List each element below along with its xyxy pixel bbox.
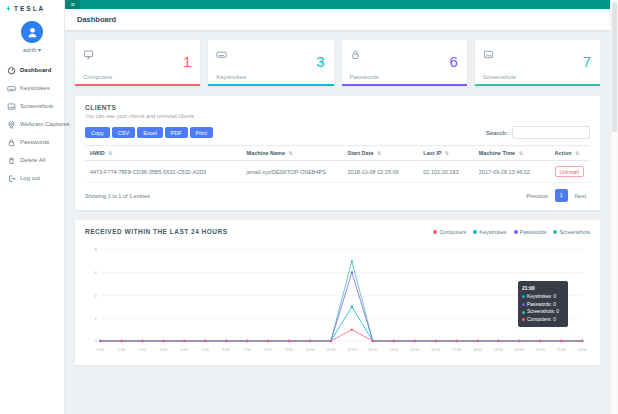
keyboard-icon	[216, 46, 227, 57]
sort-icon: ⇅	[377, 150, 381, 156]
user-icon	[26, 26, 39, 39]
column-header-machine-name[interactable]: Machine Name ⇅	[242, 146, 343, 161]
sidebar-item-keystrokes[interactable]: Keystrokes	[0, 79, 64, 97]
csv-button[interactable]: CSV	[112, 127, 135, 138]
image-icon	[7, 102, 16, 111]
camera-icon	[7, 120, 16, 129]
print-button[interactable]: Print	[190, 127, 213, 138]
sidebar-item-delete-all[interactable]: Delete All	[0, 151, 64, 169]
stat-label: Computers	[83, 74, 192, 80]
sidebar-item-webcam-captures[interactable]: Webcam Captures	[0, 115, 64, 133]
screenshots-dot	[522, 311, 525, 314]
current-page-button[interactable]: 1	[555, 189, 568, 202]
svg-text:20:00: 20:00	[515, 348, 524, 352]
svg-text:10:00: 10:00	[305, 348, 314, 352]
passwords-dot	[522, 303, 525, 306]
legend-dot	[553, 230, 557, 234]
search-input[interactable]	[512, 126, 590, 139]
chart-panel: RECEIVED WITHIN THE LAST 24 HOURS Comput…	[75, 220, 600, 365]
svg-text:13:00: 13:00	[368, 348, 377, 352]
excel-button[interactable]: Excel	[137, 127, 162, 138]
sort-icon: ⇅	[519, 150, 523, 156]
scrollbar-thumb[interactable]	[612, 2, 617, 132]
column-header-action[interactable]: Action ⇅	[550, 146, 590, 161]
lock-icon	[350, 46, 361, 57]
logout-icon	[7, 174, 16, 183]
table-footer: Showing 1 to 1 of 1 entries Previous 1 N…	[85, 189, 590, 202]
legend-keystrokes[interactable]: Keystrokes	[473, 229, 506, 235]
column-header-start-date[interactable]: Start Date ⇅	[343, 146, 419, 161]
search-label: Search:	[486, 130, 508, 136]
column-header-machine-time[interactable]: Machine Time ⇅	[474, 146, 550, 161]
svg-text:23:00: 23:00	[578, 348, 587, 352]
sidebar: TESLA adrib ▾ Dashboard Keystrokes	[0, 0, 65, 414]
sidebar-item-dashboard[interactable]: Dashboard	[0, 61, 64, 79]
svg-text:16:00: 16:00	[431, 348, 440, 352]
legend-computers[interactable]: Computers	[433, 229, 466, 235]
brand-logo-icon	[5, 5, 12, 12]
cell-start-date: 2018-10-08 02:25:09	[343, 161, 419, 183]
tooltip-time: 21:00	[522, 284, 564, 292]
received-last-24-hours-chart[interactable]: 024680:001:002:003:004:005:006:007:008:0…	[85, 240, 590, 357]
stat-card-passwords: Passwords 6	[342, 40, 467, 86]
svg-text:6:00: 6:00	[223, 348, 230, 352]
column-header-hwid[interactable]: HWID ⇅	[85, 146, 242, 161]
clients-panel: CLIENTS You can see your clients and uni…	[75, 96, 600, 210]
cell-last-ip: 02.102.20.193	[418, 161, 474, 183]
sidebar-item-log-out[interactable]: Log out	[0, 169, 64, 187]
pdf-button[interactable]: PDF	[165, 127, 188, 138]
entries-summary: Showing 1 to 1 of 1 entries	[85, 193, 150, 199]
user-menu[interactable]: adrib ▾	[0, 46, 64, 53]
stat-card-computers: Computers 1	[75, 40, 200, 86]
sidebar-item-passwords[interactable]: Passwords	[0, 133, 64, 151]
dashboard-icon	[7, 66, 16, 75]
app-root: TESLA adrib ▾ Dashboard Keystrokes	[0, 0, 618, 414]
previous-page-button[interactable]: Previous	[522, 191, 551, 201]
svg-text:4:00: 4:00	[181, 348, 188, 352]
stat-accent-bar	[475, 84, 600, 86]
chart-legend: Computers Keystrokes Passwords Screensho…	[433, 229, 590, 235]
uninstall-button[interactable]: Uninstall	[555, 166, 584, 177]
svg-text:15:00: 15:00	[410, 348, 419, 352]
stat-card-screenshots: Screenshots 7	[475, 40, 600, 86]
svg-text:8: 8	[94, 247, 97, 252]
svg-text:2:00: 2:00	[139, 348, 146, 352]
svg-text:8:00: 8:00	[264, 348, 271, 352]
column-header-last-ip[interactable]: Last IP ⇅	[418, 146, 474, 161]
legend-passwords[interactable]: Passwords	[514, 229, 547, 235]
legend-screenshots[interactable]: Screenshots	[553, 229, 590, 235]
stat-value: 3	[316, 52, 324, 69]
main-content: Computers 1 Keystrokes 3	[65, 30, 610, 414]
table-toolbar: Copy CSV Excel PDF Print Search:	[85, 126, 590, 139]
svg-text:3:00: 3:00	[160, 348, 167, 352]
pagination: Previous 1 Next	[522, 189, 590, 202]
scrollbar[interactable]	[610, 0, 618, 414]
chart-tooltip: 21:00 Keystrokes: 0 Passwords: 0 Screens…	[518, 281, 568, 327]
tooltip-row: Keystrokes: 0	[522, 293, 564, 301]
avatar[interactable]	[21, 21, 43, 43]
sidebar-item-screenshots[interactable]: Screenshots	[0, 97, 64, 115]
tooltip-row: Passwords: 0	[522, 301, 564, 309]
svg-text:19:00: 19:00	[494, 348, 503, 352]
keystrokes-dot	[522, 295, 525, 298]
copy-button[interactable]: Copy	[85, 127, 110, 138]
search-control: Search:	[486, 126, 590, 139]
next-page-button[interactable]: Next	[571, 191, 590, 201]
stat-accent-bar	[208, 84, 333, 86]
clients-title: CLIENTS	[85, 104, 590, 111]
svg-text:21:00: 21:00	[536, 348, 545, 352]
stat-value: 7	[583, 52, 591, 69]
brand: TESLA	[0, 0, 64, 15]
menu-toggle-icon[interactable]: ≡	[65, 0, 80, 9]
lock-icon	[7, 138, 16, 147]
computers-dot	[522, 318, 525, 321]
brand-name: TESLA	[14, 5, 45, 12]
stat-card-keystrokes: Keystrokes 3	[208, 40, 333, 86]
svg-text:9:00: 9:00	[285, 348, 292, 352]
tooltip-row: Screenshots: 0	[522, 308, 564, 316]
cell-machine-name: jsmail.xyz/DESKTOP-ONEB4PS	[242, 161, 343, 183]
svg-text:0: 0	[94, 338, 97, 343]
svg-text:7:00: 7:00	[244, 348, 251, 352]
export-buttons: Copy CSV Excel PDF Print	[85, 127, 213, 138]
page-title: Dashboard	[77, 15, 116, 24]
